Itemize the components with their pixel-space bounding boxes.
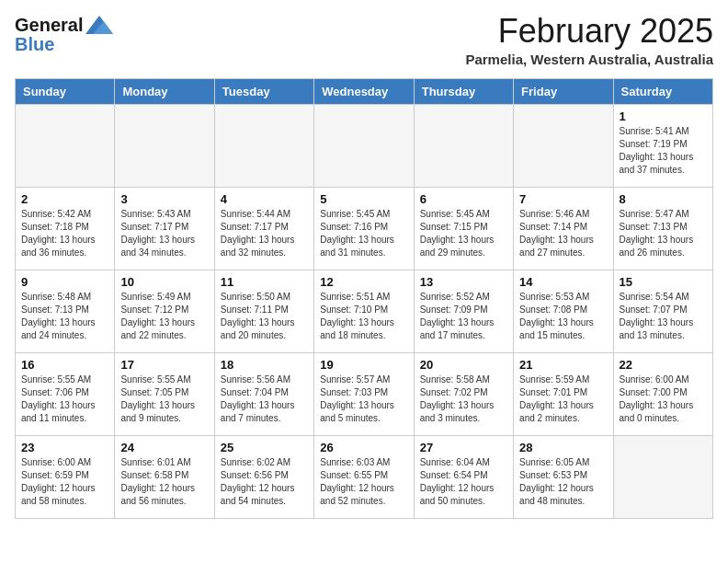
day-info: Sunrise: 5:56 AM Sunset: 7:04 PM Dayligh… [221, 373, 308, 425]
day-number: 13 [420, 275, 507, 289]
day-info: Sunrise: 5:45 AM Sunset: 7:15 PM Dayligh… [420, 208, 507, 259]
day-number: 20 [420, 358, 507, 372]
week-row-1: 2Sunrise: 5:42 AM Sunset: 7:18 PM Daylig… [16, 188, 713, 270]
day-info: Sunrise: 5:49 AM Sunset: 7:12 PM Dayligh… [120, 291, 208, 342]
day-number: 27 [420, 441, 507, 454]
day-info: Sunrise: 5:57 AM Sunset: 7:03 PM Dayligh… [320, 373, 407, 425]
day-cell: 11Sunrise: 5:50 AM Sunset: 7:11 PM Dayli… [214, 270, 313, 353]
day-cell: 28Sunrise: 6:05 AM Sunset: 6:53 PM Dayli… [514, 436, 613, 519]
day-cell: 15Sunrise: 5:54 AM Sunset: 7:07 PM Dayli… [613, 270, 712, 353]
logo-text: General [15, 15, 83, 36]
weekday-sunday: Sunday [16, 79, 115, 105]
day-number: 24 [120, 441, 208, 454]
day-info: Sunrise: 5:46 AM Sunset: 7:14 PM Dayligh… [519, 208, 607, 259]
weekday-header-row: SundayMondayTuesdayWednesdayThursdayFrid… [16, 79, 713, 105]
day-info: Sunrise: 6:00 AM Sunset: 7:00 PM Dayligh… [620, 373, 707, 425]
day-cell: 25Sunrise: 6:02 AM Sunset: 6:56 PM Dayli… [214, 436, 313, 519]
title-section: February 2025 Parmelia, Western Australi… [465, 15, 713, 67]
day-cell [514, 105, 613, 188]
day-number: 17 [120, 358, 208, 372]
day-cell [314, 105, 414, 188]
day-info: Sunrise: 6:03 AM Sunset: 6:55 PM Dayligh… [320, 456, 407, 508]
day-info: Sunrise: 5:55 AM Sunset: 7:06 PM Dayligh… [21, 373, 108, 425]
day-number: 9 [21, 275, 108, 289]
day-number: 5 [320, 192, 407, 206]
day-number: 4 [221, 192, 308, 206]
day-cell: 19Sunrise: 5:57 AM Sunset: 7:03 PM Dayli… [314, 353, 414, 436]
day-info: Sunrise: 6:04 AM Sunset: 6:54 PM Dayligh… [420, 456, 507, 508]
day-cell: 8Sunrise: 5:47 AM Sunset: 7:13 PM Daylig… [613, 188, 712, 270]
day-info: Sunrise: 6:01 AM Sunset: 6:58 PM Dayligh… [120, 456, 208, 508]
day-info: Sunrise: 5:50 AM Sunset: 7:11 PM Dayligh… [221, 291, 308, 342]
weekday-tuesday: Tuesday [214, 79, 313, 105]
day-number: 11 [221, 275, 308, 289]
day-cell: 17Sunrise: 5:55 AM Sunset: 7:05 PM Dayli… [115, 353, 214, 436]
day-info: Sunrise: 5:58 AM Sunset: 7:02 PM Dayligh… [420, 373, 507, 425]
day-info: Sunrise: 5:43 AM Sunset: 7:17 PM Dayligh… [120, 208, 208, 259]
day-number: 25 [221, 441, 308, 454]
day-info: Sunrise: 5:52 AM Sunset: 7:09 PM Dayligh… [420, 291, 507, 342]
day-info: Sunrise: 5:42 AM Sunset: 7:18 PM Dayligh… [21, 208, 108, 259]
day-info: Sunrise: 6:00 AM Sunset: 6:59 PM Dayligh… [21, 456, 108, 508]
day-cell: 9Sunrise: 5:48 AM Sunset: 7:13 PM Daylig… [16, 270, 115, 353]
day-info: Sunrise: 5:44 AM Sunset: 7:17 PM Dayligh… [221, 208, 308, 259]
day-cell: 4Sunrise: 5:44 AM Sunset: 7:17 PM Daylig… [214, 188, 313, 270]
day-cell: 13Sunrise: 5:52 AM Sunset: 7:09 PM Dayli… [414, 270, 513, 353]
day-cell [16, 105, 115, 188]
day-number: 8 [620, 192, 707, 206]
day-number: 28 [519, 441, 607, 454]
day-info: Sunrise: 5:47 AM Sunset: 7:13 PM Dayligh… [620, 208, 707, 259]
weekday-monday: Monday [115, 79, 214, 105]
day-cell: 2Sunrise: 5:42 AM Sunset: 7:18 PM Daylig… [16, 188, 115, 270]
day-cell: 10Sunrise: 5:49 AM Sunset: 7:12 PM Dayli… [115, 270, 214, 353]
day-cell: 6Sunrise: 5:45 AM Sunset: 7:15 PM Daylig… [414, 188, 513, 270]
day-cell [613, 436, 712, 519]
day-number: 1 [620, 109, 707, 123]
day-number: 16 [21, 358, 108, 372]
day-cell: 16Sunrise: 5:55 AM Sunset: 7:06 PM Dayli… [16, 353, 115, 436]
day-cell: 27Sunrise: 6:04 AM Sunset: 6:54 PM Dayli… [414, 436, 513, 519]
day-number: 23 [21, 441, 108, 454]
day-cell [414, 105, 513, 188]
day-cell: 7Sunrise: 5:46 AM Sunset: 7:14 PM Daylig… [514, 188, 613, 270]
month-year: February 2025 [465, 15, 713, 48]
calendar-body: 1Sunrise: 5:41 AM Sunset: 7:19 PM Daylig… [16, 105, 713, 519]
day-cell: 5Sunrise: 5:45 AM Sunset: 7:16 PM Daylig… [314, 188, 414, 270]
day-number: 12 [320, 275, 407, 289]
day-cell: 21Sunrise: 5:59 AM Sunset: 7:01 PM Dayli… [514, 353, 613, 436]
header: General Blue February 2025 Parmelia, Wes… [15, 15, 713, 67]
day-info: Sunrise: 5:41 AM Sunset: 7:19 PM Dayligh… [620, 125, 707, 177]
day-cell: 26Sunrise: 6:03 AM Sunset: 6:55 PM Dayli… [314, 436, 414, 519]
day-number: 10 [120, 275, 208, 289]
day-cell [214, 105, 313, 188]
day-info: Sunrise: 5:55 AM Sunset: 7:05 PM Dayligh… [120, 373, 208, 425]
day-cell: 20Sunrise: 5:58 AM Sunset: 7:02 PM Dayli… [414, 353, 513, 436]
day-number: 6 [420, 192, 507, 206]
day-number: 7 [519, 192, 607, 206]
day-cell: 22Sunrise: 6:00 AM Sunset: 7:00 PM Dayli… [613, 353, 712, 436]
day-cell: 18Sunrise: 5:56 AM Sunset: 7:04 PM Dayli… [214, 353, 313, 436]
week-row-2: 9Sunrise: 5:48 AM Sunset: 7:13 PM Daylig… [16, 270, 713, 353]
day-cell: 3Sunrise: 5:43 AM Sunset: 7:17 PM Daylig… [115, 188, 214, 270]
week-row-3: 16Sunrise: 5:55 AM Sunset: 7:06 PM Dayli… [16, 353, 713, 436]
day-number: 18 [221, 358, 308, 372]
day-number: 19 [320, 358, 407, 372]
day-info: Sunrise: 5:48 AM Sunset: 7:13 PM Dayligh… [21, 291, 108, 342]
day-cell: 23Sunrise: 6:00 AM Sunset: 6:59 PM Dayli… [16, 436, 115, 519]
day-info: Sunrise: 6:05 AM Sunset: 6:53 PM Dayligh… [519, 456, 607, 508]
day-info: Sunrise: 5:51 AM Sunset: 7:10 PM Dayligh… [320, 291, 407, 342]
weekday-friday: Friday [514, 79, 613, 105]
logo: General Blue [15, 15, 113, 55]
logo-blue-text: Blue [15, 34, 113, 55]
day-cell: 1Sunrise: 5:41 AM Sunset: 7:19 PM Daylig… [613, 105, 712, 188]
weekday-saturday: Saturday [613, 79, 712, 105]
day-cell [115, 105, 214, 188]
day-number: 3 [120, 192, 208, 206]
day-cell: 14Sunrise: 5:53 AM Sunset: 7:08 PM Dayli… [514, 270, 613, 353]
weekday-thursday: Thursday [414, 79, 513, 105]
day-info: Sunrise: 5:54 AM Sunset: 7:07 PM Dayligh… [620, 291, 707, 342]
location: Parmelia, Western Australia, Australia [465, 52, 713, 67]
day-number: 26 [320, 441, 407, 454]
logo-icon [85, 16, 113, 34]
day-number: 14 [519, 275, 607, 289]
